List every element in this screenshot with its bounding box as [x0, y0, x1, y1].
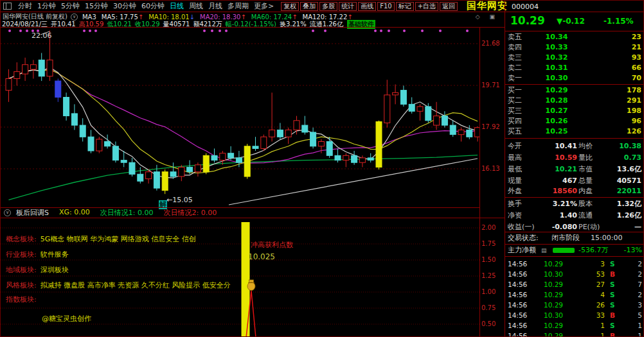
tool-button-画线[interactable]: 画线 — [358, 2, 376, 11]
period-tab-60分钟[interactable]: 60分钟 — [141, 1, 165, 11]
main-flow-label: 主力净额 — [508, 245, 536, 255]
candle-canvas[interactable]: 22.06←15.05 — [1, 28, 479, 207]
stat-value: 18560 — [553, 186, 577, 196]
stat-label: 外盘 — [508, 186, 522, 196]
divider — [505, 256, 644, 257]
bid-row[interactable]: 买二10.28291 — [505, 96, 644, 106]
status-label: 交易状态: — [508, 233, 539, 243]
stat-value: 0.73 — [624, 152, 641, 163]
period-tab-日线[interactable]: 日线 — [170, 1, 184, 11]
divider — [479, 28, 480, 337]
price-axis-label: 21.68 — [481, 40, 503, 47]
period-tab-30分钟[interactable]: 30分钟 — [113, 1, 136, 11]
stat-value: 10.59 — [555, 152, 577, 163]
sector-links[interactable]: 拟减持 微盘股 高市净率 壳资源 久不分红 风险提示 低安全分 — [40, 281, 231, 289]
bid-row[interactable]: 买一10.29178 — [505, 85, 644, 96]
sector-label: 概念板块: — [6, 235, 37, 243]
sector-links[interactable]: 5G概念 物联网 华为鸿蒙 网络游戏 信息安全 信创 — [40, 235, 196, 243]
tool-button-叠加[interactable]: 叠加 — [300, 2, 318, 11]
main-flow-value: -536.7万 — [578, 245, 608, 255]
stat-value: 3.21% — [553, 198, 577, 209]
tick-price: 10.29 — [539, 259, 568, 269]
order-volume: 66 — [632, 63, 641, 73]
period-tab-周线[interactable]: 周线 — [189, 1, 203, 11]
order-level-label: 卖四 — [508, 42, 522, 53]
candlestick-chart[interactable]: 22.06←15.05 — [1, 28, 479, 207]
order-volume: 126 — [627, 126, 641, 137]
period-tab-月线[interactable]: 月线 — [208, 1, 222, 11]
bid-row[interactable]: 买五10.25126 — [505, 126, 644, 137]
price-axis-label: 17.92 — [481, 123, 503, 130]
tool-button-复权[interactable]: 复权 — [281, 2, 299, 11]
tick-row: 14:5610.3053B2 — [505, 269, 644, 279]
order-volume: 23 — [632, 32, 641, 42]
order-price: 10.28 — [537, 96, 576, 106]
tick-count: 7 — [638, 279, 642, 289]
order-price: 10.29 — [537, 85, 576, 96]
bid-row[interactable]: 买三10.27198 — [505, 106, 644, 116]
tick-price: 10.29 — [539, 320, 568, 331]
order-price: 10.27 — [537, 106, 576, 116]
indicator-name[interactable]: 板后回调S — [16, 208, 49, 218]
tick-direction-flag: S — [610, 289, 615, 300]
order-volume: 70 — [632, 73, 641, 83]
order-price: 10.34 — [537, 32, 576, 42]
ma-value: MA20: 18.30↑ — [200, 13, 246, 21]
indicator-axis-label: 1.50 — [481, 256, 503, 263]
period-tab-分时[interactable]: 分时 — [18, 1, 32, 11]
stat-label: 最低 — [508, 164, 522, 175]
divider — [505, 138, 644, 139]
sector-links[interactable]: 深圳板块 — [40, 266, 69, 274]
ask-row[interactable]: 卖一10.3070 — [505, 73, 644, 83]
tick-direction-flag: S — [610, 300, 615, 310]
stat-row: 净资1.40流通1.26亿 — [505, 210, 644, 221]
tool-button-返回[interactable]: 返回 — [440, 2, 458, 11]
divider — [505, 232, 644, 232]
tick-count: 1 — [638, 320, 642, 331]
indicator-collapse-icon[interactable]: ∨ — [4, 209, 11, 216]
tool-button-统计[interactable]: 统计 — [339, 2, 357, 11]
tool-button-F10[interactable]: F10 — [377, 2, 394, 11]
period-tab-多周期[interactable]: 多周期 — [228, 1, 249, 11]
quote-panel: 10.29 ▼-0.12 -1.15% 卖五10.3423卖四10.3321卖三… — [505, 12, 644, 337]
sector-links[interactable]: 软件服务 — [40, 250, 69, 259]
order-volume: 93 — [632, 53, 641, 63]
stat-value: 10.38 — [619, 141, 641, 151]
indicator-panel[interactable]: 概念板块:5G概念 物联网 华为鸿蒙 网络游戏 信息安全 信创行业板块:软件服务… — [1, 218, 479, 337]
ask-row[interactable]: 卖四10.3321 — [505, 42, 644, 53]
list-icon[interactable]: ▤ — [541, 245, 547, 255]
indicator-axis-label: 2.00 — [481, 224, 503, 231]
stat-value: 467 — [562, 175, 577, 186]
divider — [505, 84, 644, 85]
order-volume: 21 — [632, 42, 641, 53]
indicator-axis-label: 0.50 — [481, 320, 503, 327]
ask-row[interactable]: 卖三10.3293 — [505, 53, 644, 63]
period-tab-15分钟[interactable]: 15分钟 — [85, 1, 108, 11]
tick-row: 14:5610.293S2 — [505, 259, 644, 269]
tick-price: 10.29 — [539, 300, 568, 310]
bid-row[interactable]: 买四10.2696 — [505, 116, 644, 126]
ask-row[interactable]: 卖五10.3423 — [505, 32, 644, 42]
tool-button-标记[interactable]: 标记 — [396, 2, 414, 11]
collapse-icon[interactable]: ∨ — [71, 13, 78, 21]
period-tab-5分钟[interactable]: 5分钟 — [61, 1, 80, 11]
tick-row: 14:5610.294S2 — [505, 289, 644, 300]
period-tab-更多>[interactable]: 更多> — [254, 1, 274, 11]
chart-corner-icons[interactable]: ◇ ▣ — [476, 13, 499, 20]
tick-volume: 1 — [600, 331, 605, 337]
tool-button-+自选[interactable]: +自选 — [415, 2, 438, 11]
ma-value: MA60: 17.24↑ — [251, 13, 298, 21]
divider — [1, 207, 479, 208]
period-tab-1分钟[interactable]: 1分钟 — [37, 1, 56, 11]
order-price: 10.31 — [537, 63, 576, 73]
tick-row: 14:5610.291S1 — [505, 320, 644, 331]
ask-row[interactable]: 卖二10.3166 — [505, 63, 644, 73]
tick-volume: 1 — [600, 320, 605, 331]
tool-button-多股[interactable]: 多股 — [319, 2, 337, 11]
order-level-label: 卖三 — [508, 53, 522, 63]
ma-value: MA120: 17.22↑ — [303, 13, 353, 21]
window-layout-icon[interactable] — [3, 3, 12, 10]
tick-time: 14:56 — [508, 300, 527, 310]
sector-label: 指数板块: — [6, 295, 37, 304]
stat-row: 今开10.41均价10.38 — [505, 141, 644, 151]
